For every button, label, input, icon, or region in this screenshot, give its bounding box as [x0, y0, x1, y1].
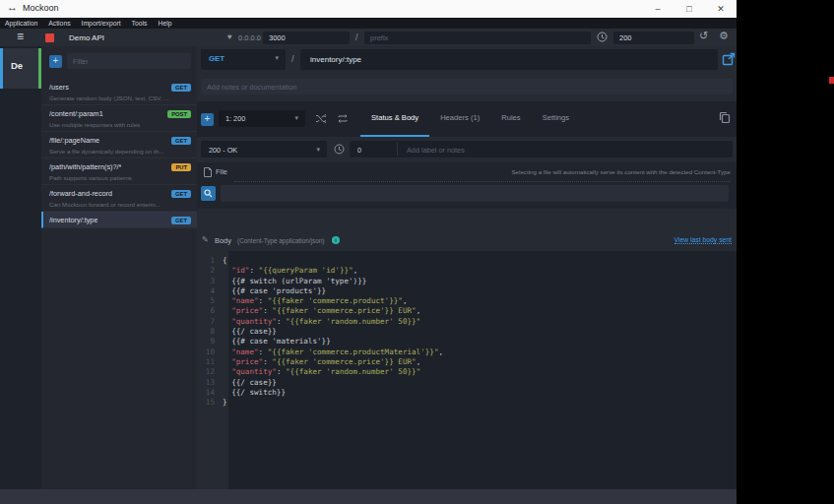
code-line: 1{ — [197, 256, 737, 266]
menu-item-help[interactable]: Help — [158, 20, 171, 27]
toolbar: ≡ Demo API ♥ 0.0.0.0 : / ↺ ⚙ — [0, 29, 737, 46]
file-label: File — [216, 167, 227, 176]
route-path: /content/:param1 — [49, 109, 103, 118]
line-number: 8 — [197, 327, 223, 337]
sequential-response-icon[interactable] — [337, 113, 349, 124]
menu-item-actions[interactable]: Actions — [48, 20, 70, 27]
response-label-placeholder[interactable]: Add label or notes — [407, 146, 465, 155]
method-badge: GET — [171, 217, 191, 224]
route-item[interactable]: /usersGETGenerate random body (JSON, tex… — [41, 79, 197, 105]
route-description: Use multiple responses with rules — [49, 121, 191, 128]
prefix-input[interactable] — [364, 32, 591, 44]
status-code-value: 200 - OK — [209, 146, 237, 155]
file-path-underline[interactable] — [234, 181, 731, 182]
settings-gear-icon[interactable]: ⚙ — [719, 30, 729, 42]
route-filter-input[interactable] — [67, 53, 191, 69]
route-item[interactable]: /content/:param1POSTUse multiple respons… — [41, 105, 197, 132]
status-code-dropdown[interactable]: 200 - OK ▾ — [201, 141, 327, 158]
route-description: Serve a file dynamically depending on th… — [49, 148, 191, 155]
line-number: 1 — [197, 256, 223, 266]
chevron-down-icon: ▾ — [316, 146, 320, 154]
tab-settings[interactable]: Settings — [532, 101, 580, 137]
browse-file-button[interactable] — [201, 186, 216, 201]
environment-latency-input[interactable] — [613, 32, 694, 44]
code-line: 5 "name": "{{faker 'commerce.product'}}"… — [197, 296, 737, 306]
method-dropdown[interactable]: GET ▾ — [201, 49, 286, 70]
menu-item-application[interactable]: Application — [5, 20, 37, 27]
response-dropdown[interactable]: 1: 200 ▾ — [219, 110, 305, 127]
line-number: 7 — [197, 317, 223, 327]
port-input[interactable] — [263, 32, 350, 44]
title-bar: ↔ Mockoon – □ ✕ — [0, 0, 737, 18]
status-footer — [0, 489, 737, 504]
server-address-icon: ♥ — [227, 32, 232, 41]
maximize-button[interactable]: □ — [674, 0, 705, 18]
line-number: 9 — [197, 337, 223, 346]
route-item[interactable]: /inventory/:typeGET — [41, 212, 197, 228]
view-last-body-link[interactable]: View last body sent — [674, 236, 732, 244]
environment-item-demo-api[interactable]: De — [0, 48, 41, 89]
response-latency-and-label[interactable]: 0 Add label or notes — [350, 141, 733, 158]
method-badge: POST — [167, 110, 191, 118]
logs-history-icon[interactable]: ↺ — [699, 30, 708, 42]
response-latency-value[interactable]: 0 — [357, 146, 361, 155]
route-item[interactable]: /file/:pageNameGETServe a file dynamical… — [41, 132, 197, 158]
line-number: 15 — [197, 398, 223, 408]
content-type-label: (Content-Type application/json) — [237, 237, 324, 244]
code-line: 9 {{# case 'materials'}} — [197, 337, 737, 346]
environment-abbrev: De — [11, 60, 23, 71]
code-line: 7 "quantity": "{{faker 'random.number' 5… — [197, 317, 737, 327]
code-line: 15} — [197, 398, 737, 408]
route-path: /users — [49, 83, 69, 92]
close-button[interactable]: ✕ — [705, 0, 737, 18]
tab-headers-1-[interactable]: Headers (1) — [429, 101, 490, 137]
menu-item-import-export[interactable]: Import/export — [82, 20, 121, 27]
route-path-input[interactable] — [300, 49, 718, 70]
method-badge: GET — [171, 137, 191, 145]
tab-rules[interactable]: Rules — [490, 101, 531, 137]
environment-name: Demo API — [69, 33, 104, 42]
add-response-button[interactable]: + — [201, 113, 214, 126]
response-selected: 1: 200 — [225, 114, 245, 123]
prefix-separator: / — [355, 32, 357, 42]
route-item[interactable]: /forward-and-recordGETCan Mockoon forwar… — [41, 185, 197, 212]
file-path-input[interactable] — [221, 185, 729, 202]
route-notes-input[interactable] — [201, 79, 733, 94]
red-artifact — [829, 77, 834, 84]
open-in-browser-icon[interactable] — [722, 52, 736, 66]
editor-lines: 1{2 "id": "{{queryParam 'id'}}",3 {{# sw… — [197, 256, 737, 408]
info-icon[interactable]: i — [332, 236, 340, 244]
stop-server-button[interactable] — [45, 33, 54, 42]
minimize-button[interactable]: – — [642, 0, 674, 18]
duplicate-response-icon[interactable] — [719, 111, 731, 124]
line-number: 12 — [197, 367, 223, 377]
random-response-icon[interactable] — [315, 113, 326, 124]
route-description: Can Mockoon forward or record enterin... — [49, 201, 191, 208]
file-icon — [203, 166, 213, 178]
route-path: /forward-and-record — [49, 189, 112, 198]
route-item[interactable]: /path/with/pattern(s)?/*PUTPath supports… — [41, 158, 197, 185]
line-number: 4 — [197, 286, 223, 296]
method-badge: GET — [171, 190, 191, 198]
path-separator: / — [291, 54, 294, 64]
add-route-button[interactable]: + — [49, 55, 62, 68]
line-number: 3 — [197, 277, 223, 286]
screen-black-margin — [737, 0, 834, 504]
line-number: 14 — [197, 388, 223, 398]
tab-status-body[interactable]: Status & Body — [360, 101, 429, 137]
routes-sidebar: + /usersGETGenerate random body (JSON, t… — [41, 46, 197, 489]
body-editor[interactable]: 1{2 "id": "{{queryParam 'id'}}",3 {{# sw… — [197, 251, 737, 489]
route-path: /file/:pageName — [49, 136, 99, 145]
environments-column: De — [0, 46, 41, 489]
code-line: 10 "name": "{{faker 'commerce.productMat… — [197, 347, 737, 357]
file-section: File Selecting a file will automatically… — [197, 162, 737, 209]
route-path: /inventory/:type — [49, 216, 97, 224]
body-header: ✎ Body (Content-Type application/json) i… — [197, 233, 737, 251]
code-line: 2 "id": "{{queryParam 'id'}}", — [197, 266, 737, 276]
body-label: Body — [215, 236, 231, 245]
line-number: 5 — [197, 296, 223, 306]
sidebar-toggle-icon[interactable]: ≡ — [17, 30, 24, 43]
code-line: 6 "price": "{{faker 'commerce.price'}} E… — [197, 306, 737, 316]
divider — [397, 143, 398, 156]
menu-item-tools[interactable]: Tools — [132, 20, 148, 27]
